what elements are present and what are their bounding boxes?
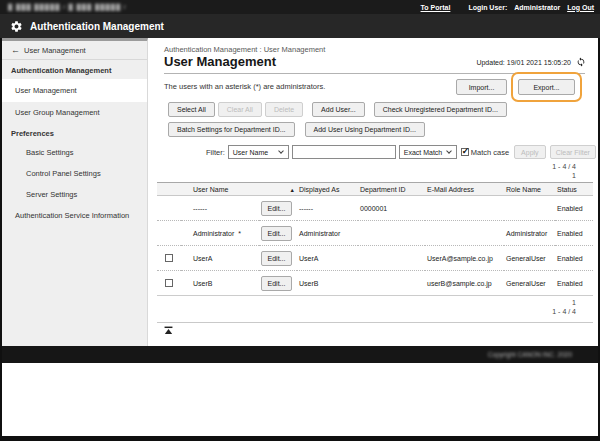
cell-email: [425, 221, 504, 246]
export-button[interactable]: Export...: [518, 79, 575, 95]
bottom-divider: [157, 322, 593, 323]
table-header-row: User Name ▲ Displayed As Department ID E…: [157, 183, 593, 196]
cell-user-name: UserB: [193, 280, 212, 287]
pagination-range: 1 - 4 / 4: [552, 162, 576, 171]
device-info-redacted: █ ███ █████ / █ ███ █████ /: [8, 4, 127, 10]
edit-user-button[interactable]: Edit...: [261, 276, 292, 291]
col-header-role-name: Role Name: [504, 183, 555, 196]
cell-email: userB@sample.co.jp: [425, 271, 504, 296]
top-bar: █ ███ █████ / █ ███ █████ / To Portal Lo…: [0, 0, 600, 14]
select-all-button[interactable]: Select All: [168, 102, 215, 117]
cell-department-id: [358, 221, 425, 246]
copyright-text: Copyright CANON INC. 2020: [488, 351, 572, 358]
filter-field-select[interactable]: User Name: [228, 145, 289, 159]
filter-match-select[interactable]: Exact Match: [399, 145, 457, 159]
screen: █ ███ █████ / █ ███ █████ / To Portal Lo…: [0, 0, 600, 441]
filter-label: Filter:: [206, 148, 225, 157]
cell-role-name: GeneralUser: [504, 271, 555, 296]
log-out-link[interactable]: Log Out: [567, 4, 594, 11]
breadcrumb: Authentication Management : User Managem…: [164, 45, 325, 54]
sidebar-item-basic-settings[interactable]: Basic Settings: [2, 142, 147, 163]
to-portal-link[interactable]: To Portal: [421, 4, 451, 11]
cell-email: UserA@sample.co.jp: [425, 246, 504, 271]
edit-user-button[interactable]: Edit...: [261, 226, 292, 241]
cell-user-name: UserA: [193, 255, 212, 262]
page-body: ← User Management Authentication Managem…: [2, 38, 598, 346]
sidebar-section-authentication-management: Authentication Management: [2, 60, 147, 79]
app-header: Authentication Management: [0, 14, 600, 38]
sidebar-section-preferences: Preferences: [2, 123, 147, 142]
chevron-down-icon: [446, 148, 452, 154]
sidebar-item-user-group-management[interactable]: User Group Management: [2, 102, 147, 123]
sort-ascending-icon[interactable]: ▲: [290, 187, 295, 193]
filter-keyword-input[interactable]: [292, 145, 396, 159]
gear-icon: [10, 20, 23, 33]
admin-note: The users with an asterisk (*) are admin…: [164, 82, 325, 91]
clear-filter-button[interactable]: Clear Filter: [550, 145, 596, 159]
empty-area-below-page: [2, 363, 598, 436]
cell-displayed-as: UserB: [297, 271, 358, 296]
row-checkbox[interactable]: [165, 254, 173, 262]
pagination-page-number[interactable]: 1: [552, 171, 576, 180]
cell-displayed-as: Administrator: [297, 221, 358, 246]
clear-all-button[interactable]: Clear All: [218, 102, 262, 117]
col-header-checkbox: [157, 183, 181, 196]
cell-role-name: GeneralUser: [504, 246, 555, 271]
pagination-page-number[interactable]: 1: [552, 298, 576, 307]
row-checkbox-cell: [157, 221, 181, 246]
login-user-label: Login User:: [468, 4, 507, 11]
cell-status: Enabled: [555, 196, 593, 221]
user-table: User Name ▲ Displayed As Department ID E…: [157, 182, 593, 296]
admin-asterisk: *: [238, 230, 241, 237]
row-checkbox[interactable]: [165, 279, 173, 287]
add-user-using-department-id-button[interactable]: Add User Using Department ID...: [305, 122, 425, 137]
main-content: Authentication Management : User Managem…: [149, 38, 598, 346]
title-divider: [164, 73, 585, 74]
filter-match-value: Exact Match: [404, 149, 443, 156]
batch-settings-department-id-button[interactable]: Batch Settings for Department ID...: [168, 122, 295, 137]
pagination-range: 1 - 4 / 4: [552, 307, 576, 316]
cell-department-id: [358, 246, 425, 271]
refresh-icon[interactable]: [576, 57, 586, 69]
sidebar-item-user-management[interactable]: User Management: [2, 79, 147, 102]
sidebar-item-server-settings[interactable]: Server Settings: [2, 184, 147, 205]
col-header-status: Status: [555, 183, 593, 196]
cell-email: [425, 196, 504, 221]
edit-user-button[interactable]: Edit...: [261, 251, 292, 266]
col-header-displayed-as: Displayed As: [297, 183, 358, 196]
table-row: Administrator* Edit... Administrator Adm…: [157, 221, 593, 246]
action-button-row-2: Batch Settings for Department ID... Add …: [168, 122, 425, 137]
sidebar-item-control-panel-settings[interactable]: Control Panel Settings: [2, 163, 147, 184]
add-user-button[interactable]: Add User...: [312, 102, 365, 117]
updated-timestamp: Updated: 19/01 2021 15:05:20: [476, 59, 571, 66]
edit-user-button[interactable]: Edit...: [261, 201, 292, 216]
col-header-department-id: Department ID: [358, 183, 425, 196]
row-checkbox-cell: [157, 196, 181, 221]
cell-status: Enabled: [555, 246, 593, 271]
check-unregistered-department-id-button[interactable]: Check Unregistered Department ID...: [374, 102, 507, 117]
apply-filter-button[interactable]: Apply: [514, 145, 546, 159]
match-case-checkbox[interactable]: [461, 148, 469, 156]
delete-button[interactable]: Delete: [265, 102, 303, 117]
match-case-label: Match case: [471, 148, 509, 157]
sidebar-back-link[interactable]: ← User Management: [2, 41, 147, 60]
app-title: Authentication Management: [30, 21, 164, 32]
sidebar-item-authentication-service-information[interactable]: Authentication Service Information: [2, 205, 147, 226]
login-user-value: Administrator: [514, 4, 560, 11]
cell-department-id: [358, 271, 425, 296]
sidebar-back-label: User Management: [24, 46, 86, 55]
col-header-email: E-Mail Address: [425, 183, 504, 196]
cell-displayed-as: ------: [297, 196, 358, 221]
import-button[interactable]: Import...: [456, 79, 507, 95]
cell-role-name: [504, 196, 555, 221]
table-row: ------ Edit... ------ 0000001 Enabled: [157, 196, 593, 221]
chevron-down-icon: [278, 148, 284, 154]
page-title: User Management: [164, 54, 276, 69]
scroll-to-top-icon[interactable]: [164, 326, 173, 337]
filter-row: Filter: User Name Exact Match Match case…: [149, 145, 598, 159]
table-row: UserA Edit... UserA UserA@sample.co.jp G…: [157, 246, 593, 271]
cell-role-name: Administrator: [504, 221, 555, 246]
cell-displayed-as: UserA: [297, 246, 358, 271]
sidebar: ← User Management Authentication Managem…: [2, 38, 148, 346]
footer-bar: Copyright CANON INC. 2020: [2, 346, 598, 363]
